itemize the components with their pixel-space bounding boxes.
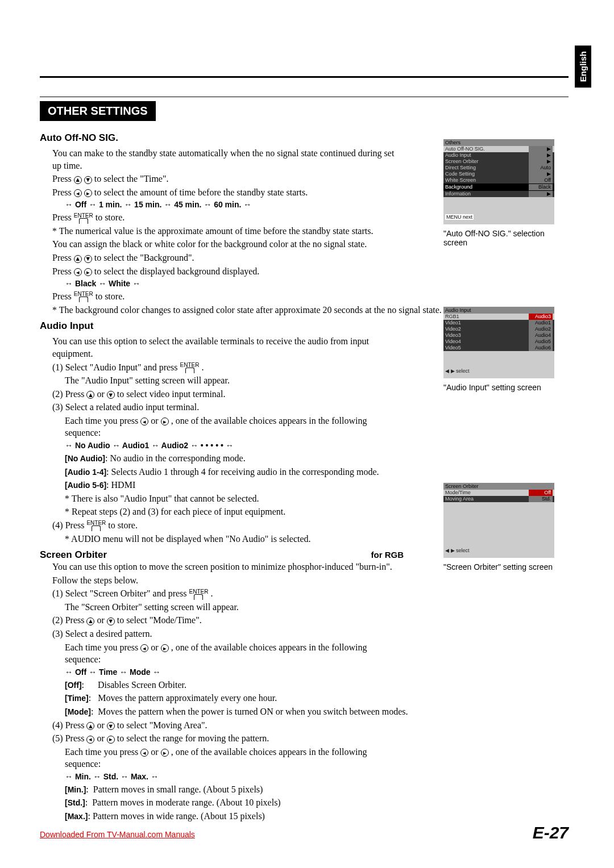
text: Each time you press ◂ or ▸ , one of the … — [65, 641, 404, 666]
step: (4) Press ENTER to store. — [52, 519, 404, 532]
menu-footer: ◀ ▶ select — [443, 351, 554, 378]
option-sequence: ↔ Min. ↔ Std. ↔ Max. ↔ — [65, 771, 404, 782]
heading-auto-off: Auto Off-NO SIG. — [40, 132, 404, 144]
up-icon: ▲ — [86, 391, 94, 399]
menu-screenshot-others: Others Auto Off-NO SIG.▶ Audio Input▶ Sc… — [443, 139, 554, 224]
left-icon: ◂ — [74, 189, 82, 197]
right-icon: ▸ — [161, 644, 169, 652]
down-icon: ▼ — [84, 176, 92, 184]
up-icon: ▲ — [86, 617, 94, 625]
text: The "Audio Input" setting screen will ap… — [65, 374, 404, 387]
download-link[interactable]: Downloaded From TV-Manual.com Manuals — [40, 830, 195, 839]
text: Press ◂ ▸ to select the displayed backgr… — [52, 265, 404, 278]
down-icon: ▼ — [84, 255, 92, 263]
menu-title: Others — [443, 139, 554, 146]
enter-icon: ENTER — [74, 292, 93, 302]
text: Press ◂ ▸ to select the amount of time b… — [52, 186, 404, 199]
down-icon: ▼ — [107, 391, 115, 399]
step: (1) Select "Audio Input" and press ENTER… — [52, 361, 404, 374]
menu-row: Information▶ — [443, 191, 554, 197]
aside-column: Others Auto Off-NO SIG.▶ Audio Input▶ Sc… — [415, 128, 569, 583]
enter-icon: ENTER — [189, 590, 209, 600]
text: [No Audio]: No audio in the correspondin… — [65, 452, 404, 465]
menu-title: Audio Input — [443, 307, 554, 314]
text: You can use this option to select the av… — [52, 335, 404, 360]
rgb-label: for RGB — [371, 550, 404, 560]
left-icon: ◂ — [140, 749, 148, 757]
text: Press ▲ ▼ to select the "Time". — [52, 173, 404, 185]
option-sequence: ↔ Off ↔ Time ↔ Mode ↔ — [65, 667, 404, 678]
text: [Min.]: Pattern moves in small range. (A… — [65, 783, 404, 796]
screenshot-caption: "Screen Orbiter" setting screen — [443, 562, 569, 571]
menu-row: RGB1Audio3 — [443, 314, 554, 320]
left-icon: ◂ — [74, 268, 82, 276]
language-tab: English — [575, 45, 591, 87]
menu-footer: MENU next — [443, 197, 554, 224]
step: (4) Press ▲ or ▼ to select "Moving Area"… — [52, 719, 404, 732]
step: (5) Press ◂ or ▸ to select the range for… — [52, 732, 404, 745]
section-title: OTHER SETTINGS — [40, 101, 156, 121]
text: Press ENTER to store. — [52, 211, 404, 224]
screenshot-caption: "Audio Input" setting screen — [443, 383, 569, 392]
left-icon: ◂ — [140, 644, 148, 652]
down-icon: ▼ — [107, 722, 115, 730]
left-icon: ◂ — [140, 418, 148, 425]
menu-row: Direct SettingAuto — [443, 165, 554, 171]
menu-row: Auto Off-NO SIG.▶ — [443, 146, 554, 152]
divider-thin — [40, 97, 569, 97]
text: You can use this option to move the scre… — [52, 561, 404, 573]
text: You can assign the black or white color … — [52, 238, 404, 251]
menu-row: Audio Input▶ — [443, 152, 554, 158]
menu-row: White ScreenOff — [443, 177, 554, 183]
screenshot-caption: "Auto Off-NO SIG." selection screen — [443, 229, 569, 247]
menu-screenshot-orbiter: Screen Orbiter Mode/TimeOff Moving AreaS… — [443, 483, 554, 558]
right-icon: ▸ — [107, 736, 115, 744]
page-number: E-27 — [533, 823, 569, 842]
menu-row: Screen Orbiter▶ — [443, 158, 554, 165]
left-icon: ◂ — [86, 736, 94, 744]
up-icon: ▲ — [74, 176, 82, 184]
up-icon: ▲ — [86, 722, 94, 730]
menu-row: Code Setting▶ — [443, 171, 554, 177]
menu-row: Video5Audio6 — [443, 345, 554, 351]
enter-icon: ENTER — [74, 214, 93, 224]
right-icon: ▸ — [161, 749, 169, 757]
menu-screenshot-audio: Audio Input RGB1Audio3 Video1Audio1 Vide… — [443, 307, 554, 378]
note: * Repeat steps (2) and (3) for each piec… — [65, 506, 404, 518]
text: [Time]: Moves the pattern approximately … — [65, 692, 404, 704]
menu-row: Video2Audio2 — [443, 326, 554, 332]
text: [Off]: Disables Screen Orbiter. — [65, 679, 404, 691]
right-icon: ▸ — [84, 189, 92, 197]
main-column: Auto Off-NO SIG. You can make to the sta… — [40, 128, 404, 824]
step: (3) Select a desired pattern. — [52, 628, 404, 640]
note: * AUDIO menu will not be displayed when … — [65, 533, 404, 545]
text: Press ENTER to store. — [52, 290, 404, 303]
note: * There is also "Audio Input" that canno… — [65, 493, 404, 505]
menu-row: Moving AreaStd. — [443, 496, 554, 502]
option-sequence: ↔ Black ↔ White ↔ — [65, 278, 404, 289]
enter-icon: ENTER — [86, 521, 106, 531]
step: (2) Press ▲ or ▼ to select "Mode/Time". — [52, 614, 404, 627]
text: [Mode]: Moves the pattern when the power… — [65, 706, 404, 718]
text: Press ▲ ▼ to select the "Background". — [52, 252, 404, 264]
right-icon: ▸ — [84, 268, 92, 276]
heading-audio-input: Audio Input — [40, 320, 404, 332]
option-sequence: ↔ Off ↔ 1 min. ↔ 15 min. ↔ 45 min. ↔ 60 … — [65, 199, 404, 210]
text: [Max.]: Pattern moves in wide range. (Ab… — [65, 810, 404, 823]
text: [Audio 1-4]: Selects Audio 1 through 4 f… — [65, 466, 404, 478]
down-icon: ▼ — [107, 617, 115, 625]
right-icon: ▸ — [161, 418, 169, 425]
option-sequence: ↔ No Audio ↔ Audio1 ↔ Audio2 ↔ • • • • •… — [65, 440, 404, 451]
step: (1) Select "Screen Orbiter" and press EN… — [52, 587, 404, 600]
divider-thick — [40, 76, 569, 78]
text: [Audio 5-6]: HDMI — [65, 479, 404, 491]
text: Each time you press ◂ or ▸ , one of the … — [65, 746, 404, 770]
text: You can make to the standby state automa… — [52, 147, 404, 172]
menu-row: Video4Audio5 — [443, 339, 554, 345]
menu-title: Screen Orbiter — [443, 483, 554, 490]
enter-icon: ENTER — [180, 363, 200, 373]
menu-row: Video1Audio1 — [443, 320, 554, 326]
page-footer: Downloaded From TV-Manual.com Manuals E-… — [40, 829, 569, 840]
text: The "Screen Orbiter" setting screen will… — [65, 601, 404, 614]
text: [Std.]: Pattern moves in moderate range.… — [65, 796, 404, 809]
